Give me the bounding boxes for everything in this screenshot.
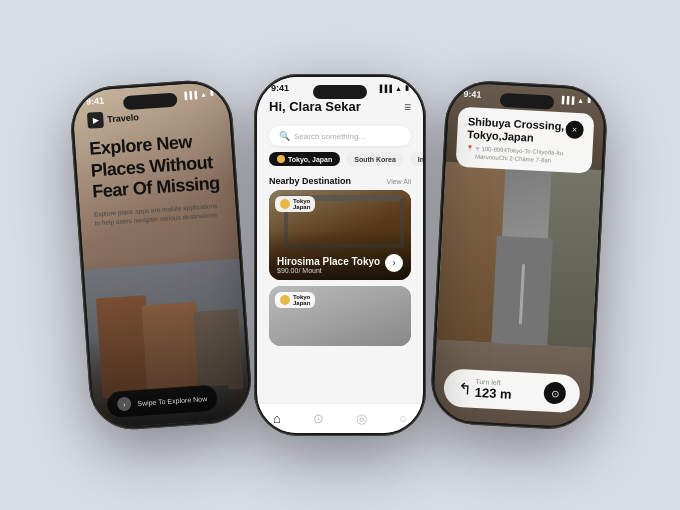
tag-label-korea: South Korea (354, 156, 396, 163)
signal-icon-2: ▐▐▐ (377, 85, 392, 92)
wifi-icon: ▲ (200, 90, 207, 97)
profile-nav-icon[interactable]: ○ (399, 411, 407, 426)
brand-name: Travelo (107, 112, 139, 124)
place-address: 📍 〒100-8994Tokyo-To Chiyoda-Itu MarunouC… (466, 144, 565, 164)
phone1-content: 9:41 ▐▐▐ ▲ ▮ ▶ Travelo Explore N (71, 81, 250, 429)
badge-icon (280, 199, 290, 209)
view-all-link[interactable]: View All (387, 178, 411, 185)
location-icon: 📍 (466, 144, 473, 151)
badge-text: Tokyo Japan (293, 198, 310, 210)
home-nav-icon[interactable]: ⌂ (273, 411, 281, 426)
badge-icon-2 (280, 295, 290, 305)
status-icons-1: ▐▐▐ ▲ ▮ (182, 89, 214, 99)
place-details: Shibuya Crossing, Tokyo,Japan 📍 〒100-899… (466, 115, 566, 164)
section-title: Nearby Destination (269, 176, 351, 186)
tag-label-tokyo: Tokyo, Japan (288, 156, 332, 163)
card1-price: $90.00/ Mount (277, 267, 380, 274)
tag-dot (277, 155, 285, 163)
tag-label-india: India (418, 156, 423, 163)
tag-tokyo[interactable]: Tokyo, Japan (269, 152, 340, 166)
bottom-navbar: ⌂ ⊙ ◎ ○ (257, 403, 423, 433)
badge-region: Japan (293, 204, 310, 210)
card2-badge: Tokyo Japan (275, 292, 315, 308)
search-bar[interactable]: 🔍 Search something... (269, 126, 411, 146)
subtitle-text: Explore place apps are mobile applicatio… (94, 200, 223, 227)
swipe-arrow-icon: › (117, 396, 132, 411)
phone2-content: 9:41 ▐▐▐ ▲ ▮ Hi, Clara Sekar ≡ (257, 77, 423, 433)
destination-card-1[interactable]: Tokyo Japan Hirosima Place Tokyo $90.00/… (269, 190, 411, 280)
badge-region-2: Japan (293, 300, 310, 306)
headline-text: Explore New Places Without Fear Of Missi… (89, 130, 221, 204)
navigation-bar: ↰ Turn left 123 m ⊙ (443, 368, 581, 413)
phones-showcase: 9:41 ▐▐▐ ▲ ▮ ▶ Travelo Explore N (60, 54, 620, 456)
menu-icon[interactable]: ≡ (404, 100, 411, 114)
search-placeholder: Search something... (294, 132, 365, 141)
nav-distance: 123 m (474, 385, 512, 402)
battery-icon-3: ▮ (587, 96, 591, 104)
greeting-text: Hi, Clara Sekar (269, 99, 361, 114)
status-time-1: 9:41 (86, 96, 105, 107)
place-name: Shibuya Crossing, Tokyo,Japan (467, 115, 566, 146)
p2-header-row: Hi, Clara Sekar ≡ (269, 99, 411, 114)
nav-target-button[interactable]: ⊙ (543, 382, 566, 405)
place-info-card: Shibuya Crossing, Tokyo,Japan 📍 〒100-899… (456, 107, 595, 174)
phone-1: 9:41 ▐▐▐ ▲ ▮ ▶ Travelo Explore N (68, 78, 254, 432)
status-icons-3: ▐▐▐ ▲ ▮ (559, 95, 591, 105)
phone-2: 9:41 ▐▐▐ ▲ ▮ Hi, Clara Sekar ≡ (254, 74, 426, 436)
signal-icon-3: ▐▐▐ (559, 95, 574, 103)
tag-india[interactable]: India (410, 152, 423, 166)
search-nav-icon[interactable]: ⊙ (313, 411, 324, 426)
compass-nav-icon[interactable]: ◎ (356, 411, 367, 426)
battery-icon-2: ▮ (405, 84, 409, 92)
notch-2 (313, 85, 367, 99)
card1-info: Hirosima Place Tokyo $90.00/ Mount (277, 256, 380, 274)
phone-3: 9:41 ▐▐▐ ▲ ▮ Shibuya Crossing, Tokyo,Jap… (429, 79, 609, 431)
nearby-section-header: Nearby Destination View All (257, 172, 423, 190)
swipe-label: Swipe To Explore Now (137, 395, 207, 407)
battery-icon: ▮ (210, 89, 215, 97)
notch-3 (500, 93, 555, 110)
wifi-icon-3: ▲ (577, 96, 584, 103)
headline-area: Explore New Places Without Fear Of Missi… (74, 123, 248, 393)
tag-korea[interactable]: South Korea (346, 152, 404, 166)
badge-text-2: Tokyo Japan (293, 294, 310, 306)
turn-left-indicator: ↰ Turn left 123 m (457, 377, 512, 402)
brand-icon: ▶ (87, 112, 104, 129)
status-time-3: 9:41 (463, 89, 482, 100)
status-icons-2: ▐▐▐ ▲ ▮ (377, 84, 409, 92)
search-icon: 🔍 (279, 131, 290, 141)
turn-arrow-icon: ↰ (457, 379, 471, 399)
card1-badge: Tokyo Japan (275, 196, 315, 212)
destination-card-2[interactable]: Tokyo Japan (269, 286, 411, 346)
signal-icon: ▐▐▐ (182, 91, 197, 99)
close-button[interactable]: × (565, 120, 584, 139)
filter-tags: Tokyo, Japan South Korea India (257, 152, 423, 172)
phone3-content: 9:41 ▐▐▐ ▲ ▮ Shibuya Crossing, Tokyo,Jap… (432, 82, 605, 428)
card1-arrow[interactable]: › (385, 254, 403, 272)
nav-info: Turn left 123 m (474, 378, 512, 402)
card1-name: Hirosima Place Tokyo (277, 256, 380, 267)
status-time-2: 9:41 (271, 83, 289, 93)
wifi-icon-2: ▲ (395, 85, 402, 92)
